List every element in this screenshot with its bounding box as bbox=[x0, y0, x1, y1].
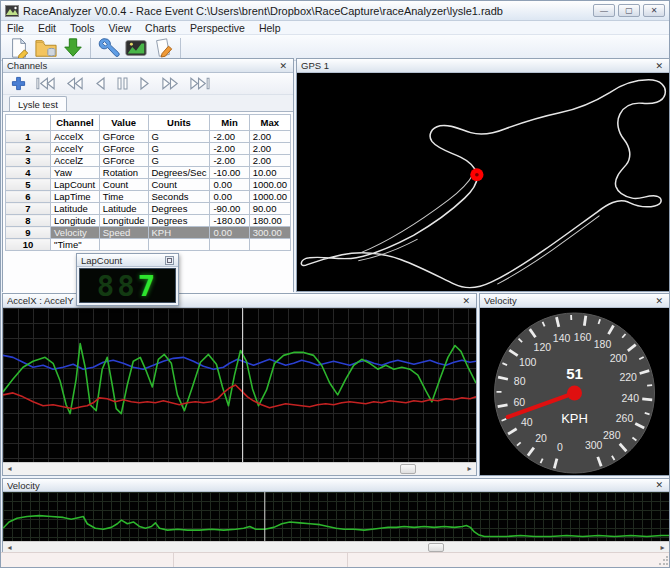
table-row[interactable]: 2AccelYGForceG-2.002.00 bbox=[6, 143, 291, 155]
resize-grip[interactable] bbox=[658, 556, 668, 566]
cell[interactable]: G bbox=[148, 131, 210, 143]
add-icon[interactable] bbox=[11, 76, 26, 91]
cell[interactable]: G bbox=[148, 155, 210, 167]
channels-close-icon[interactable]: ✕ bbox=[277, 61, 289, 71]
cell[interactable]: Degrees/Sec bbox=[148, 167, 210, 179]
accel-chart-scrollbar[interactable]: ◂ ▸ bbox=[3, 462, 476, 475]
cell[interactable]: KPH bbox=[148, 227, 210, 239]
cell[interactable]: AccelX bbox=[51, 131, 100, 143]
cell[interactable]: Velocity bbox=[51, 227, 100, 239]
play-icon[interactable] bbox=[138, 76, 152, 91]
table-row[interactable]: 4YawRotationDegrees/Sec-10.0010.00 bbox=[6, 167, 291, 179]
row-number-cell[interactable]: 1 bbox=[6, 131, 51, 143]
cell[interactable]: Degrees bbox=[148, 215, 210, 227]
table-row[interactable]: 8LongitudeLongitudeDegrees-180.00180.00 bbox=[6, 215, 291, 227]
row-number-cell[interactable]: 3 bbox=[6, 155, 51, 167]
cell[interactable]: -2.00 bbox=[210, 155, 249, 167]
col-header-Channel[interactable]: Channel bbox=[51, 115, 100, 131]
table-row[interactable]: 9VelocitySpeedKPH0.00300.00 bbox=[6, 227, 291, 239]
row-number-cell[interactable]: 8 bbox=[6, 215, 51, 227]
table-row[interactable]: 1AccelXGForceG-2.002.00 bbox=[6, 131, 291, 143]
skip-start-icon[interactable] bbox=[35, 76, 56, 91]
table-row[interactable]: 7LatitudeLatitudeDegrees-90.0090.00 bbox=[6, 203, 291, 215]
cell[interactable]: Seconds bbox=[148, 191, 210, 203]
cell[interactable]: 10.00 bbox=[249, 167, 290, 179]
scroll-right-icon[interactable]: ▸ bbox=[463, 463, 476, 475]
analysis-chart-icon[interactable] bbox=[122, 36, 149, 60]
cell[interactable]: "Time" bbox=[51, 239, 100, 251]
cell[interactable]: -2.00 bbox=[210, 131, 249, 143]
restore-icon[interactable] bbox=[165, 256, 174, 265]
cell[interactable]: 180.00 bbox=[249, 215, 290, 227]
fast-forward-icon[interactable] bbox=[161, 76, 180, 91]
close-button[interactable]: ✕ bbox=[643, 4, 665, 17]
cell[interactable]: 2.00 bbox=[249, 143, 290, 155]
cell[interactable]: 0.00 bbox=[210, 227, 249, 239]
lapcount-titlebar[interactable]: LapCount bbox=[77, 254, 178, 267]
gps-close-icon[interactable]: ✕ bbox=[653, 61, 665, 71]
col-header-Units[interactable]: Units bbox=[148, 115, 210, 131]
cell[interactable]: Speed bbox=[99, 227, 148, 239]
row-number-cell[interactable]: 4 bbox=[6, 167, 51, 179]
tab-lysle-test[interactable]: Lysle test bbox=[9, 96, 67, 111]
cell[interactable]: Latitude bbox=[51, 203, 100, 215]
cell[interactable]: Count bbox=[148, 179, 210, 191]
cell[interactable] bbox=[210, 239, 249, 251]
cell[interactable]: Longitude bbox=[99, 215, 148, 227]
cell[interactable]: Longitude bbox=[51, 215, 100, 227]
import-data-icon[interactable] bbox=[59, 36, 86, 60]
cell[interactable]: 0.00 bbox=[210, 191, 249, 203]
col-header-Value[interactable]: Value bbox=[99, 115, 148, 131]
accel-scroll-thumb[interactable] bbox=[400, 464, 416, 474]
col-header-row-number[interactable] bbox=[6, 115, 51, 131]
row-number-cell[interactable]: 6 bbox=[6, 191, 51, 203]
velocity-scroll-thumb[interactable] bbox=[428, 543, 444, 552]
row-number-cell[interactable]: 2 bbox=[6, 143, 51, 155]
cell[interactable]: -2.00 bbox=[210, 143, 249, 155]
velocity-close-icon[interactable]: ✕ bbox=[653, 480, 665, 490]
skip-end-icon[interactable] bbox=[189, 76, 210, 91]
cell[interactable]: LapCount bbox=[51, 179, 100, 191]
cell[interactable]: AccelY bbox=[51, 143, 100, 155]
menu-perspective[interactable]: Perspective bbox=[190, 22, 254, 34]
pause-icon[interactable] bbox=[116, 76, 129, 91]
table-row[interactable]: 6LapTimeTimeSeconds0.001000.00 bbox=[6, 191, 291, 203]
gauge-close-icon[interactable]: ✕ bbox=[653, 296, 665, 306]
cell[interactable]: Yaw bbox=[51, 167, 100, 179]
cell[interactable]: G bbox=[148, 143, 210, 155]
cell[interactable]: 1000.00 bbox=[249, 191, 290, 203]
accel-close-icon[interactable]: ✕ bbox=[460, 296, 472, 306]
cell[interactable]: -180.00 bbox=[210, 215, 249, 227]
cell[interactable] bbox=[148, 239, 210, 251]
cell[interactable]: 300.00 bbox=[249, 227, 290, 239]
col-header-Min[interactable]: Min bbox=[210, 115, 249, 131]
cell[interactable]: LapTime bbox=[51, 191, 100, 203]
cell[interactable]: Rotation bbox=[99, 167, 148, 179]
col-header-Max[interactable]: Max bbox=[249, 115, 290, 131]
cell[interactable]: 1000.00 bbox=[249, 179, 290, 191]
rewind-icon[interactable] bbox=[65, 76, 84, 91]
lapcount-window[interactable]: LapCount 887 bbox=[76, 253, 179, 306]
edit-script-icon[interactable] bbox=[149, 36, 176, 60]
minimize-button[interactable]: — bbox=[593, 4, 615, 17]
menu-charts[interactable]: Charts bbox=[145, 22, 185, 34]
configure-wrench-icon[interactable] bbox=[95, 36, 122, 60]
cell[interactable]: 0.00 bbox=[210, 179, 249, 191]
step-back-icon[interactable] bbox=[93, 76, 107, 91]
menu-view[interactable]: View bbox=[109, 22, 141, 34]
new-file-icon[interactable] bbox=[5, 36, 32, 60]
menu-help[interactable]: Help bbox=[259, 22, 290, 34]
cell[interactable]: Degrees bbox=[148, 203, 210, 215]
cell[interactable]: 2.00 bbox=[249, 131, 290, 143]
cell[interactable]: Count bbox=[99, 179, 148, 191]
cell[interactable]: Time bbox=[99, 191, 148, 203]
cell[interactable]: 2.00 bbox=[249, 155, 290, 167]
menu-file[interactable]: File bbox=[7, 22, 33, 34]
cell[interactable]: -90.00 bbox=[210, 203, 249, 215]
table-row[interactable]: 3AccelZGForceG-2.002.00 bbox=[6, 155, 291, 167]
cell[interactable]: Latitude bbox=[99, 203, 148, 215]
table-row[interactable]: 10"Time" bbox=[6, 239, 291, 251]
cell[interactable]: GForce bbox=[99, 131, 148, 143]
table-row[interactable]: 5LapCountCountCount0.001000.00 bbox=[6, 179, 291, 191]
cell[interactable] bbox=[249, 239, 290, 251]
